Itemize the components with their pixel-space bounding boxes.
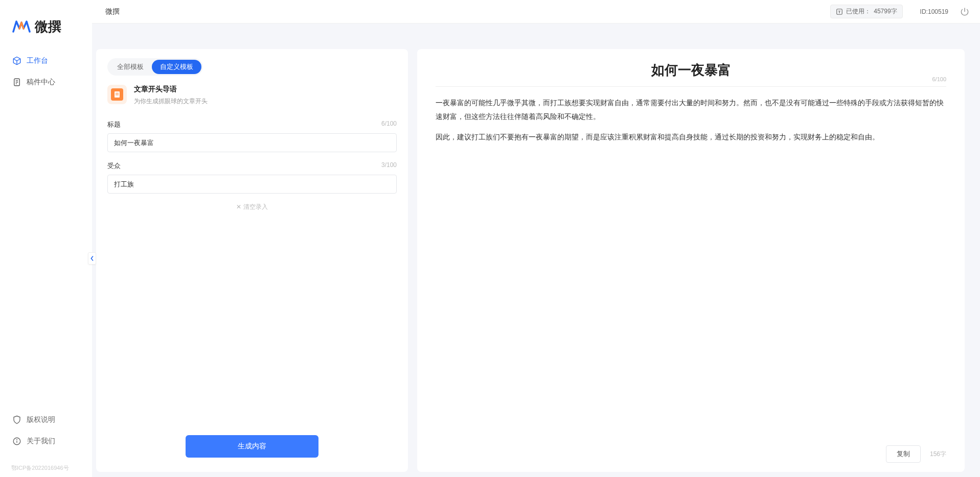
tab-custom-templates[interactable]: 自定义模板	[152, 60, 201, 74]
template-header: 文章开头导语 为你生成抓眼球的文章开头	[107, 85, 397, 106]
svg-rect-10	[116, 93, 119, 93]
info-icon	[12, 437, 21, 446]
power-icon[interactable]	[960, 7, 970, 17]
document-icon	[12, 78, 21, 87]
usage-value: 45799字	[874, 7, 897, 16]
logo-text: 微撰	[35, 18, 61, 36]
audience-group: 受众 3/100	[107, 161, 397, 194]
sidebar-item-copyright[interactable]: 版权说明	[4, 410, 88, 430]
title-input[interactable]	[107, 133, 397, 152]
title-label: 标题	[107, 120, 121, 129]
text-icon: T	[836, 8, 843, 15]
template-tabs: 全部模板 自定义模板	[107, 58, 203, 76]
shield-icon	[12, 415, 21, 424]
output-paragraph: 因此，建议打工族们不要抱有一夜暴富的期望，而是应该注重积累财富和提高自身技能，通…	[436, 130, 946, 144]
sidebar-item-label: 工作台	[27, 56, 48, 65]
main: 微撰 T 已使用： 45799字 ID:100519	[92, 0, 980, 477]
tab-all-templates[interactable]: 全部模板	[109, 60, 152, 74]
icp-text: 鄂ICP备2022016946号	[0, 462, 92, 477]
sidebar-collapse-toggle[interactable]	[88, 252, 96, 265]
sidebar-nav: 工作台 稿件中心	[0, 51, 92, 410]
sidebar: 微撰 工作台	[0, 0, 92, 477]
template-desc: 为你生成抓眼球的文章开头	[134, 97, 208, 106]
clear-input-button[interactable]: ✕ 清空录入	[107, 203, 397, 211]
usage-label: 已使用：	[846, 7, 871, 16]
sidebar-item-label: 版权说明	[27, 415, 55, 424]
document-start-icon	[111, 88, 123, 101]
output-header: 如何一夜暴富 6/100	[436, 61, 946, 87]
sidebar-item-label: 稿件中心	[27, 78, 55, 87]
logo: 微撰	[0, 0, 92, 51]
sidebar-item-workspace[interactable]: 工作台	[4, 51, 88, 70]
output-body: 一夜暴富的可能性几乎微乎其微，而打工族想要实现财富自由，通常需要付出大量的时间和…	[436, 96, 946, 441]
title-char-count: 6/100	[381, 120, 397, 129]
page-title: 微撰	[105, 7, 830, 16]
template-meta: 文章开头导语 为你生成抓眼球的文章开头	[134, 85, 208, 106]
topbar: 微撰 T 已使用： 45799字 ID:100519	[92, 0, 980, 23]
audience-input[interactable]	[107, 175, 397, 194]
logo-icon	[12, 17, 31, 36]
sidebar-item-drafts[interactable]: 稿件中心	[4, 73, 88, 92]
svg-point-6	[17, 440, 17, 440]
output-word-count: 156字	[930, 450, 946, 459]
usage-badge[interactable]: T 已使用： 45799字	[830, 5, 902, 18]
output-panel: 如何一夜暴富 6/100 一夜暴富的可能性几乎微乎其微，而打工族想要实现财富自由…	[417, 49, 965, 472]
generate-button[interactable]: 生成内容	[186, 435, 318, 458]
sidebar-bottom: 版权说明 关于我们	[0, 410, 92, 462]
copy-button[interactable]: 复制	[886, 445, 921, 463]
title-group: 标题 6/100	[107, 120, 397, 152]
audience-label: 受众	[107, 161, 121, 171]
content-area: 全部模板 自定义模板	[92, 23, 980, 477]
input-panel: 全部模板 自定义模板	[96, 49, 408, 472]
sidebar-item-about[interactable]: 关于我们	[4, 432, 88, 451]
svg-rect-11	[116, 94, 119, 95]
output-title: 如何一夜暴富	[436, 61, 946, 79]
output-title-count: 6/100	[932, 76, 946, 82]
svg-text:T: T	[838, 9, 841, 14]
output-footer: 复制 156字	[436, 441, 946, 463]
user-id: ID:100519	[920, 8, 948, 15]
audience-char-count: 3/100	[381, 161, 397, 171]
template-title: 文章开头导语	[134, 85, 208, 94]
sidebar-item-label: 关于我们	[27, 437, 55, 446]
output-paragraph: 一夜暴富的可能性几乎微乎其微，而打工族想要实现财富自由，通常需要付出大量的时间和…	[436, 96, 946, 123]
cube-icon	[12, 56, 21, 65]
template-icon	[107, 85, 127, 104]
